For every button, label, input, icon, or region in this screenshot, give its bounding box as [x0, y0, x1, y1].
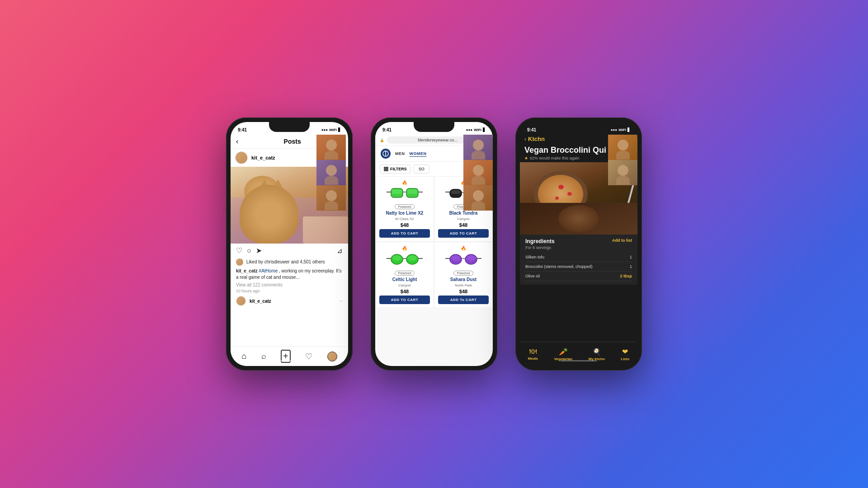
- svg-point-28: [451, 255, 460, 261]
- hot-icon-4: 🔥: [461, 246, 466, 251]
- nav-my-ktchn[interactable]: 🍳 My Ktchn: [589, 347, 605, 361]
- recipe-image-bottom: [520, 203, 637, 235]
- filters-label: FILTERS: [390, 167, 407, 171]
- signal-icon-3: ●●●: [611, 128, 618, 132]
- video-participant-2b: [463, 160, 493, 185]
- notch: [269, 122, 310, 132]
- home-indicator-2: [416, 360, 452, 361]
- ingredients-section: Ingredients Add to list For 8 servings S…: [520, 235, 637, 285]
- ingredients-header: Ingredients Add to list: [525, 238, 632, 244]
- notch-3: [558, 122, 599, 132]
- home-indicator-3: [561, 360, 597, 361]
- ktchn-screen: 9:41 ●●● WiFi ▋ ‹ Ktchn: [520, 122, 637, 366]
- glasses-image-4: [445, 252, 481, 269]
- servings: For 8 servings: [525, 245, 632, 250]
- signal-icon: ●●●: [321, 128, 328, 132]
- filter-icon: [384, 167, 388, 171]
- product-name-4: Sahara Dust: [450, 277, 476, 282]
- menu-women[interactable]: WOMEN: [410, 151, 427, 156]
- product-price-1: $48: [401, 222, 409, 228]
- video-participant-2a: [463, 135, 493, 160]
- add-to-list-button[interactable]: Add to list: [612, 238, 632, 243]
- wifi-icon-3: WiFi: [618, 128, 626, 132]
- comment-row: kit_e_catz ···: [231, 294, 348, 308]
- video-call-overlay-2: [463, 135, 493, 211]
- wifi-icon: WiFi: [329, 128, 337, 132]
- meals-icon: 🍽: [529, 347, 537, 356]
- lists-label: Lists: [621, 357, 630, 361]
- search-nav-icon[interactable]: ⌕: [261, 352, 266, 361]
- back-icon[interactable]: ‹: [236, 137, 238, 145]
- nav-lists[interactable]: ❤ Lists: [621, 347, 630, 361]
- battery-icon-3: ▋: [627, 128, 630, 132]
- video-call-overlay-3: [608, 135, 637, 185]
- svg-rect-14: [451, 190, 461, 194]
- sort-button[interactable]: SO: [414, 164, 429, 174]
- post-timestamp: 10 hours ago: [231, 288, 348, 294]
- bookmark-icon[interactable]: ⊿: [337, 247, 343, 255]
- product-name-3: Celtic Light: [392, 277, 417, 282]
- svg-rect-8: [407, 189, 417, 194]
- ingredient-name-2: Broccolini (stems removed, chopped): [525, 264, 593, 269]
- product-card-3: 🔥 Polarized Celtic Light Canyon $48: [375, 242, 434, 308]
- lock-icon: 🔒: [380, 138, 384, 142]
- like-icon[interactable]: ♡: [236, 246, 242, 255]
- meals-label: Meals: [528, 357, 538, 361]
- ingredient-qty-1: 1: [630, 255, 632, 259]
- nav-vegetarian[interactable]: 🥕 Vegetarian: [554, 347, 572, 361]
- add-to-cart-button-3[interactable]: ADD TO CART: [379, 296, 430, 304]
- profile-nav-avatar[interactable]: [327, 352, 337, 361]
- glasses-image-3: [387, 252, 423, 269]
- caption-username: kit_e_catz: [236, 268, 258, 273]
- svg-point-22: [408, 255, 417, 261]
- ktchn-brand-label: Ktchn: [528, 136, 545, 142]
- notch-2: [414, 122, 454, 132]
- product-card-4: 🔥 Polarized Sahara Dust North Park $: [434, 242, 493, 308]
- caption-hashtag: #AtHome: [259, 268, 278, 273]
- add-to-cart-button-4[interactable]: ADD To CART: [438, 296, 489, 304]
- view-comments[interactable]: View all 122 comments: [231, 282, 348, 288]
- star-icon: ★: [524, 156, 528, 160]
- phone-ktchn: 9:41 ●●● WiFi ▋ ‹ Ktchn: [515, 117, 642, 371]
- status-icons-3: ●●● WiFi ▋: [611, 128, 630, 132]
- ktchn-back-icon[interactable]: ‹: [524, 136, 526, 142]
- status-icons-2: ●●● WiFi ▋: [466, 128, 486, 132]
- ingredients-title: Ingredients: [525, 238, 555, 244]
- menu-men[interactable]: MEN: [395, 151, 405, 156]
- add-to-cart-button-2[interactable]: ADD TO CART: [438, 229, 489, 238]
- video-participant-1: [316, 135, 346, 160]
- product-sub-2: Canyon: [457, 217, 470, 221]
- status-time-1: 9:41: [238, 127, 247, 132]
- phone-eyewear: 9:41 ●●● WiFi ▋ 🔒: [371, 117, 497, 371]
- hot-icon-1: 🔥: [402, 180, 407, 185]
- nav-meals[interactable]: 🍽 Meals: [528, 347, 538, 361]
- share-icon[interactable]: ➤: [256, 246, 262, 255]
- ingredient-row-1: Silken tofu 1: [525, 253, 632, 262]
- glasses-image-1: [387, 187, 423, 203]
- video-participant-2: [316, 160, 346, 185]
- svg-point-29: [467, 255, 476, 261]
- battery-icon-2: ▋: [483, 128, 486, 132]
- add-to-cart-button-1[interactable]: ADD TO CART: [379, 229, 430, 238]
- sort-label: SO: [419, 167, 425, 171]
- ingredient-qty-3: 2 tbsp: [620, 274, 632, 278]
- product-name-1: Natty Ice Lime X2: [386, 211, 424, 216]
- home-nav-icon[interactable]: ⌂: [241, 352, 246, 361]
- product-name-2: Black Tundra: [449, 211, 478, 216]
- battery-icon: ▋: [338, 128, 341, 132]
- eyewear-screen: 9:41 ●●● WiFi ▋ 🔒: [375, 122, 493, 366]
- blenders-logo: [381, 149, 391, 159]
- product-card-1: 🔥 Polarized Natty Ice Lime X2 M Cla: [375, 176, 434, 242]
- ingredient-row-3: Olive oil 2 tbsp: [525, 272, 632, 281]
- comment-ellipsis[interactable]: ···: [339, 299, 343, 303]
- polarized-badge-4: Polarized: [453, 271, 473, 276]
- liked-by: Liked by chrisdieuwer and 4,501 others: [231, 258, 348, 267]
- ingredient-name-3: Olive oil: [525, 274, 540, 278]
- comment-icon[interactable]: ○: [247, 247, 251, 255]
- filters-button[interactable]: FILTERS: [380, 164, 411, 174]
- video-participant-3a: [608, 135, 637, 160]
- status-time-2: 9:41: [382, 127, 392, 132]
- hot-icon-3: 🔥: [402, 246, 407, 251]
- post-actions: ♡ ○ ➤ ⊿: [231, 244, 348, 258]
- video-call-overlay-1: [316, 135, 348, 211]
